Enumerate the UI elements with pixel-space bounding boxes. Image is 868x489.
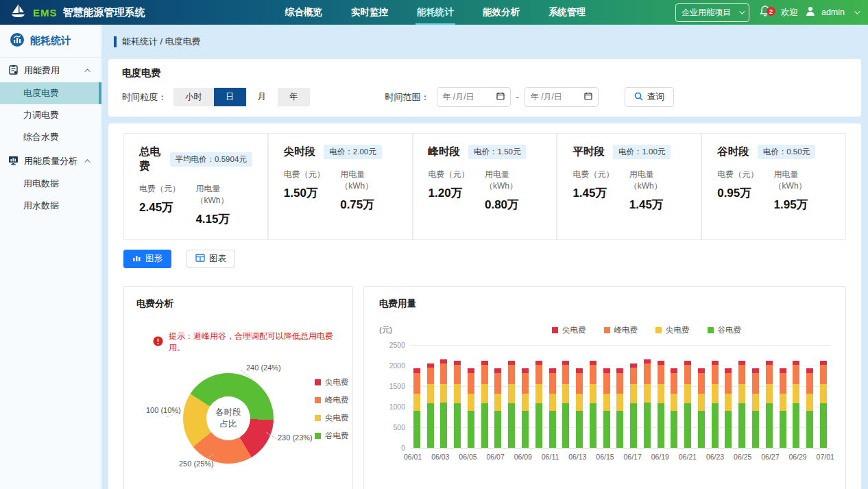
menu-item-1-0[interactable]: 用电数据 <box>0 173 101 195</box>
price-badge: 电价：0.50元 <box>758 145 815 159</box>
menu-item-0-2[interactable]: 综合水费 <box>0 126 101 148</box>
bar-segment <box>522 411 529 448</box>
bar-segment <box>522 373 529 394</box>
x-tick-06/19: 06/19 <box>651 453 669 461</box>
username: admin <box>821 8 845 17</box>
granularity-option-1[interactable]: 日 <box>214 88 246 106</box>
bar-06/02[interactable] <box>427 345 434 448</box>
bar-segment <box>549 368 556 373</box>
nav-item-2[interactable]: 能耗统计 <box>415 0 455 25</box>
bar-06/27[interactable] <box>766 345 773 448</box>
bar-06/12[interactable] <box>562 345 569 448</box>
menu-group-1[interactable]: 用能质量分析 <box>0 148 101 173</box>
bar-06/04[interactable] <box>454 345 461 448</box>
bar-06/08[interactable] <box>508 345 515 448</box>
legend-item-2[interactable]: 尖电费 <box>655 325 690 335</box>
bar-06/03[interactable] <box>440 345 447 448</box>
legend-item-1[interactable]: 峰电费 <box>604 325 638 335</box>
bar-06/10[interactable] <box>535 345 542 448</box>
search-button[interactable]: 查询 <box>625 87 674 107</box>
x-tick-06/01: 06/01 <box>404 453 422 461</box>
usage-label: 用电量（kWh） <box>485 169 541 192</box>
bar-segment <box>725 394 732 411</box>
chevron-down-icon <box>739 8 745 14</box>
view-table-button[interactable]: 图表 <box>186 250 235 268</box>
menu-group-label: 用能费用 <box>24 64 81 77</box>
bar-06/05[interactable] <box>468 345 474 448</box>
bar-segment <box>820 403 827 448</box>
nav-item-1[interactable]: 实时监控 <box>350 0 389 25</box>
legend-item-0[interactable]: 尖电费 <box>552 325 586 335</box>
view-table-label: 图表 <box>209 253 226 265</box>
notification-bell[interactable]: 2 <box>759 5 771 20</box>
brand: EMS 智慧能源管理系统 <box>10 3 284 22</box>
bar-chart-icon <box>132 254 141 264</box>
bar-06/28[interactable] <box>780 345 786 448</box>
bar-segment <box>427 403 434 448</box>
bar-06/25[interactable] <box>738 345 745 448</box>
bar-segment <box>440 363 447 384</box>
project-select[interactable]: 企业用能项目 <box>675 3 749 22</box>
y-tick-500: 500 <box>393 423 405 431</box>
bar-segment <box>698 373 705 394</box>
sidebar: 能耗统计 用能费用电度电费力调电费综合水费用能质量分析用电数据用水数据 <box>0 25 101 489</box>
bar-07/01[interactable] <box>820 345 827 448</box>
donut-ring[interactable]: 各时段 占比 <box>183 373 274 464</box>
nav-item-3[interactable]: 能效分析 <box>481 0 521 25</box>
chevron-up-icon <box>84 159 90 165</box>
menu-item-0-0[interactable]: 电度电费 <box>0 82 101 104</box>
date-input-start[interactable]: 年 /月/日 <box>437 87 511 107</box>
granularity-option-2[interactable]: 月 <box>246 88 278 106</box>
bar-chart-title: 电费用量 <box>379 298 830 310</box>
nav-item-0[interactable]: 综合概览 <box>284 0 324 25</box>
bar-06/14[interactable] <box>590 345 596 448</box>
bar-06/15[interactable] <box>603 345 610 448</box>
warning-icon <box>153 336 163 349</box>
menu-group-0[interactable]: 用能费用 <box>0 58 101 82</box>
bar-06/22[interactable] <box>698 345 705 448</box>
date-start-placeholder: 年 /月/日 <box>443 91 474 103</box>
bar-segment <box>454 384 461 403</box>
user-menu-chevron-icon[interactable] <box>854 8 860 14</box>
topbar: EMS 智慧能源管理系统 综合概览实时监控能耗统计能效分析系统管理 企业用能项目… <box>0 0 868 25</box>
bar-segment <box>494 394 501 411</box>
view-graph-button[interactable]: 图形 <box>123 250 171 268</box>
bar-06/23[interactable] <box>712 345 719 448</box>
price-badge: 电价：1.50元 <box>468 145 526 159</box>
bar-06/01[interactable] <box>413 345 420 448</box>
date-input-end[interactable]: 年 /月/日 <box>525 87 599 107</box>
bar-06/30[interactable] <box>806 345 813 448</box>
bar-06/29[interactable] <box>793 345 799 448</box>
bar-segment <box>440 384 447 403</box>
bar-06/07[interactable] <box>494 345 501 448</box>
legend-item-3[interactable]: 谷电费 <box>315 431 349 441</box>
bar-06/26[interactable] <box>752 345 759 448</box>
bar-segment <box>698 368 705 373</box>
bar-06/18[interactable] <box>644 345 651 448</box>
bar-06/16[interactable] <box>616 345 623 448</box>
bar-06/09[interactable] <box>522 345 529 448</box>
breadcrumb-accent-bar <box>114 36 117 47</box>
date-end-placeholder: 年 /月/日 <box>531 91 562 103</box>
bar-06/24[interactable] <box>725 345 732 448</box>
granularity-option-3[interactable]: 年 <box>278 88 310 106</box>
granularity-option-0[interactable]: 小时 <box>173 88 214 106</box>
bar-06/21[interactable] <box>684 345 691 448</box>
legend-item-3[interactable]: 谷电费 <box>708 325 742 335</box>
bar-06/06[interactable] <box>481 345 488 448</box>
legend-item-1[interactable]: 峰电费 <box>315 395 349 405</box>
legend-item-2[interactable]: 尖电费 <box>315 413 349 423</box>
nav-item-4[interactable]: 系统管理 <box>547 0 587 25</box>
bar-06/20[interactable] <box>671 345 677 448</box>
bar-06/17[interactable] <box>630 345 637 448</box>
bar-06/13[interactable] <box>576 345 583 448</box>
module-chart-icon <box>10 32 25 50</box>
pie-label-yellow: 100 (10%) <box>146 406 181 414</box>
menu-item-1-1[interactable]: 用水数据 <box>0 195 101 217</box>
bar-06/11[interactable] <box>549 345 556 448</box>
menu-item-0-1[interactable]: 力调电费 <box>0 104 101 126</box>
legend-item-0[interactable]: 尖电费 <box>315 377 349 387</box>
legend-swatch <box>655 327 662 333</box>
bar-06/19[interactable] <box>658 345 664 448</box>
bar-segment <box>576 411 583 448</box>
